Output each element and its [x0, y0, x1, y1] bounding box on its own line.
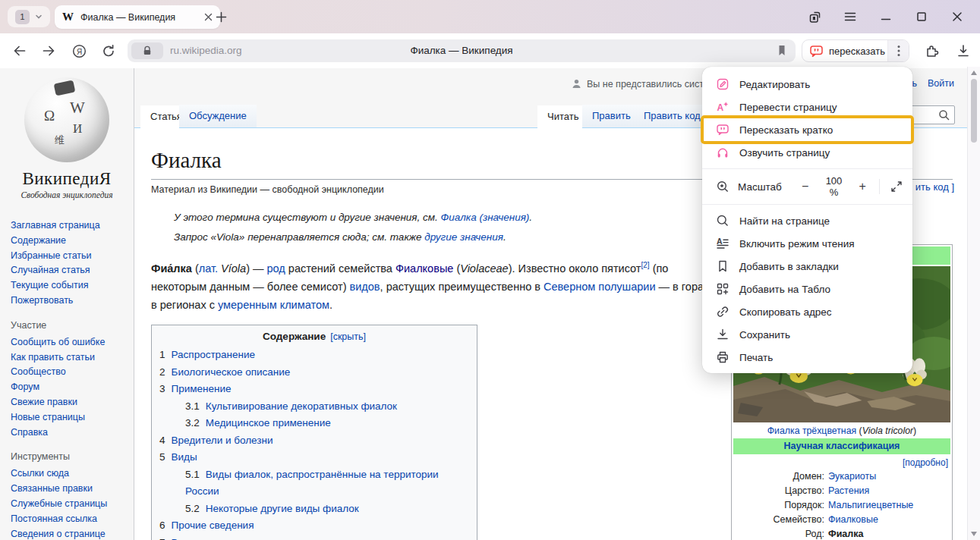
- table-of-contents: Содержание[скрыть] 1Распространение 2Био…: [151, 325, 477, 540]
- zoom-value: 100 %: [821, 175, 848, 198]
- login-link[interactable]: Войти: [928, 78, 954, 89]
- sidebar-link[interactable]: Сообщество: [11, 365, 129, 380]
- retell-quote-icon: [809, 44, 824, 58]
- sidebar-link[interactable]: Связанные правки: [11, 482, 129, 497]
- zoom-scale-icon: [716, 180, 729, 193]
- sidebar-link[interactable]: Случайная статья: [11, 263, 129, 278]
- toc-item[interactable]: 6Прочие сведения: [159, 517, 469, 535]
- tab-close-icon[interactable]: [204, 13, 213, 21]
- reader-mode-icon: A: [716, 237, 729, 250]
- svg-text:A: A: [717, 237, 723, 246]
- menu-item-save-page[interactable]: Сохранить: [702, 323, 912, 346]
- sidebar-section-title: Участие: [11, 320, 134, 331]
- url-bar[interactable]: ru.wikipedia.org Фиалка — Википедия: [128, 39, 796, 62]
- scrollbar-thumb[interactable]: [971, 79, 977, 143]
- menu-item-print[interactable]: Печать: [702, 346, 912, 369]
- back-button[interactable]: [11, 42, 29, 60]
- tab-group-count: 1: [15, 10, 30, 24]
- wiki-logo-title: ВикипедиЯ: [0, 169, 134, 189]
- menu-item-copy-address[interactable]: Скопировать адрес: [702, 300, 912, 323]
- tab-edit-source[interactable]: Править код: [634, 105, 711, 128]
- toc-item[interactable]: 2Биологическое описание: [159, 364, 469, 381]
- reload-button[interactable]: [99, 42, 118, 60]
- menu-item-reader-mode[interactable]: A Включить режим чтения: [702, 232, 912, 255]
- fullscreen-icon[interactable]: [890, 180, 903, 193]
- sidebar-link[interactable]: Ссылки сюда: [11, 466, 129, 482]
- sidebar-section-title: Инструменты: [11, 451, 134, 462]
- close-window-button[interactable]: [950, 9, 965, 24]
- sidebar-link[interactable]: Постоянная ссылка: [11, 512, 129, 527]
- sidebar-link[interactable]: Избранные статьи: [11, 249, 129, 264]
- tab-read[interactable]: Читать: [537, 105, 588, 128]
- menu-item-find-on-page[interactable]: Найти на странице: [702, 209, 912, 232]
- scroll-up-arrow-icon[interactable]: [971, 71, 977, 75]
- sidebar-link[interactable]: Сведения о странице: [11, 527, 129, 540]
- sidebar-link[interactable]: Служебные страницы: [11, 497, 129, 512]
- menu-item-summarize[interactable]: Пересказать кратко: [702, 118, 912, 141]
- search-icon[interactable]: [938, 109, 950, 121]
- panels-bookmark-icon: [808, 10, 822, 24]
- toc-item[interactable]: 3Применение: [159, 381, 469, 398]
- sidebar-link[interactable]: Форум: [11, 380, 129, 395]
- sidebar-link[interactable]: Пожертвовать: [11, 294, 129, 309]
- sidebar-link[interactable]: Заглавная страница: [11, 218, 129, 234]
- extensions-button[interactable]: [923, 42, 941, 60]
- sidebar-link[interactable]: Содержание: [11, 234, 129, 249]
- tab-title: Фиалка — Википедия: [80, 12, 197, 23]
- forward-button[interactable]: [39, 42, 58, 60]
- sidebar-link[interactable]: Текущие события: [11, 278, 129, 294]
- sidebar-link[interactable]: Новые страницы: [11, 410, 129, 425]
- zoom-out-button[interactable]: −: [799, 178, 812, 195]
- toc-item[interactable]: 3.2Медицинское применение: [185, 415, 469, 432]
- toc-hide-link[interactable]: [скрыть]: [330, 331, 366, 342]
- tab-edit[interactable]: Править: [582, 105, 641, 128]
- classification-header[interactable]: Научная классификация: [733, 438, 950, 454]
- tab-discussion[interactable]: Обсуждение: [179, 105, 257, 128]
- new-tab-button[interactable]: [213, 8, 229, 25]
- toc-item[interactable]: 5Виды: [159, 449, 469, 466]
- svg-text:A: A: [717, 102, 724, 113]
- browser-tab[interactable]: W Фиалка — Википедия: [55, 5, 220, 29]
- wikipedia-globe-logo[interactable]: W Ω И 维: [24, 77, 109, 162]
- toc-item[interactable]: 3.1Культивирование декоративных фиалок: [185, 398, 469, 416]
- menu-item-read-aloud[interactable]: Озвучить страницу: [702, 141, 912, 164]
- edit-section-link-fragment[interactable]: ить код ]: [915, 181, 954, 193]
- sidebar-link[interactable]: Справка: [11, 425, 129, 441]
- taxonomy-row: Род: Фиалка: [733, 527, 950, 540]
- bookmark-page-button[interactable]: [776, 44, 788, 57]
- not-logged-in-text: Вы не представились сист: [587, 79, 704, 89]
- yandex-services-button[interactable]: Я: [70, 42, 88, 60]
- user-icon: [571, 78, 582, 89]
- sidebar-link[interactable]: Сообщить об ошибке: [11, 335, 129, 350]
- toc-item[interactable]: 5.2Некоторые другие виды фиалок: [185, 501, 469, 518]
- page-scrollbar[interactable]: [967, 67, 980, 540]
- menu-item-translate-page[interactable]: A Перевести страницу: [702, 96, 912, 118]
- menu-item-edit-page[interactable]: Редактировать: [702, 73, 912, 96]
- downloads-button[interactable]: [954, 42, 972, 60]
- retell-button[interactable]: пересказать: [802, 39, 909, 62]
- personal-bar: Вы не представились сист: [571, 78, 704, 89]
- classification-details-link[interactable]: [подробно]: [733, 454, 950, 469]
- menu-item-add-to-tablo[interactable]: Добавить на Табло: [702, 278, 912, 300]
- menu-item-add-bookmark[interactable]: Добавить в закладки: [702, 255, 912, 278]
- chevron-down-icon: [35, 13, 43, 20]
- tablo-grid-icon: [716, 282, 729, 296]
- side-panel-button[interactable]: [807, 9, 822, 24]
- toc-item[interactable]: 5.1Виды фиалок, распространённые на терр…: [185, 466, 469, 501]
- taxonomy-row: Царство: Растения: [733, 484, 950, 498]
- minimize-button[interactable]: [878, 9, 893, 24]
- maximize-button[interactable]: [914, 9, 929, 24]
- toc-item[interactable]: 4Вредители и болезни: [159, 432, 469, 450]
- toc-item[interactable]: 1Распространение: [159, 347, 469, 364]
- toc-item[interactable]: 7В астрономии: [159, 535, 469, 540]
- retell-menu-button[interactable]: [887, 40, 909, 61]
- tab-group-chip[interactable]: 1: [8, 6, 50, 27]
- zoom-in-button[interactable]: +: [856, 178, 869, 195]
- sidebar-link[interactable]: Как править статьи: [11, 350, 129, 366]
- zoom-label: Масштаб: [738, 181, 782, 193]
- browser-menu-button[interactable]: [843, 9, 858, 24]
- scroll-down-arrow-icon[interactable]: [971, 532, 977, 536]
- sidebar-link[interactable]: Свежие правки: [11, 395, 129, 410]
- kebab-dots-icon: [897, 45, 900, 57]
- menu-divider: [702, 204, 912, 205]
